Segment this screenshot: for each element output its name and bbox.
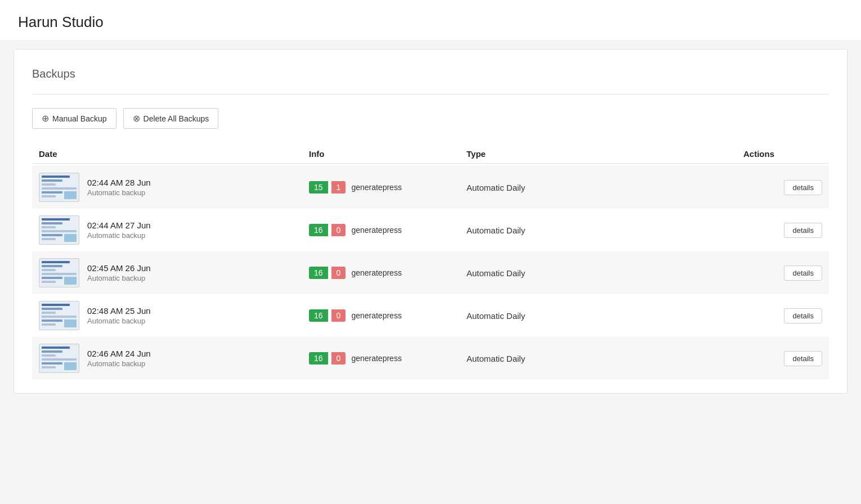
col-actions: Actions bbox=[743, 149, 822, 159]
badge-green: 16 bbox=[309, 309, 328, 322]
actions-col: details bbox=[743, 223, 822, 238]
badge-green: 16 bbox=[309, 224, 328, 236]
backup-sub-text: Automatic backup bbox=[87, 274, 151, 282]
actions-col: details bbox=[743, 266, 822, 281]
info-col: 160 generatepress bbox=[309, 352, 467, 364]
info-col: 160 generatepress bbox=[309, 267, 467, 279]
app-title: Harun Studio bbox=[0, 0, 861, 40]
badge-green: 15 bbox=[309, 181, 328, 194]
manual-backup-label: Manual Backup bbox=[52, 114, 107, 123]
col-info: Info bbox=[309, 149, 467, 159]
plus-circle-icon: ⊕ bbox=[42, 113, 49, 124]
date-text: 02:48 AM 25 Jun bbox=[87, 306, 151, 316]
badge-red: 0 bbox=[331, 309, 346, 322]
actions-col: details bbox=[743, 180, 822, 195]
backup-thumbnail bbox=[39, 344, 79, 373]
date-col: 02:45 AM 26 Jun Automatic backup bbox=[39, 258, 309, 287]
date-text: 02:46 AM 24 Jun bbox=[87, 349, 151, 358]
date-info: 02:46 AM 24 Jun Automatic backup bbox=[87, 349, 151, 368]
type-col: Automatic Daily bbox=[467, 268, 743, 278]
date-col: 02:48 AM 25 Jun Automatic backup bbox=[39, 301, 309, 330]
col-date: Date bbox=[39, 149, 309, 159]
date-text: 02:44 AM 27 Jun bbox=[87, 220, 151, 230]
info-col: 160 generatepress bbox=[309, 224, 467, 236]
type-col: Automatic Daily bbox=[467, 354, 743, 363]
badge-red: 0 bbox=[331, 352, 346, 364]
card-title: Backups bbox=[32, 68, 829, 80]
divider bbox=[32, 94, 829, 94]
table-row: 02:48 AM 25 Jun Automatic backup 160 gen… bbox=[32, 294, 829, 337]
table-header: Date Info Type Actions bbox=[32, 145, 829, 164]
delete-all-label: Delete All Backups bbox=[144, 114, 209, 123]
badge-red: 0 bbox=[331, 224, 346, 236]
date-col: 02:44 AM 27 Jun Automatic backup bbox=[39, 215, 309, 245]
date-info: 02:44 AM 27 Jun Automatic backup bbox=[87, 220, 151, 240]
details-button[interactable]: details bbox=[784, 223, 822, 238]
date-info: 02:44 AM 28 Jun Automatic backup bbox=[87, 178, 151, 197]
backup-thumbnail bbox=[39, 173, 79, 202]
date-info: 02:48 AM 25 Jun Automatic backup bbox=[87, 306, 151, 325]
backup-thumbnail bbox=[39, 215, 79, 245]
plugin-name: generatepress bbox=[351, 183, 402, 192]
toolbar: ⊕ Manual Backup ⊗ Delete All Backups bbox=[32, 108, 829, 129]
badge-red: 0 bbox=[331, 267, 346, 279]
details-button[interactable]: details bbox=[784, 266, 822, 281]
table-row: 02:44 AM 27 Jun Automatic backup 160 gen… bbox=[32, 209, 829, 251]
plugin-name: generatepress bbox=[351, 311, 402, 320]
table-row: 02:46 AM 24 Jun Automatic backup 160 gen… bbox=[32, 337, 829, 380]
plugin-name: generatepress bbox=[351, 226, 402, 235]
date-col: 02:46 AM 24 Jun Automatic backup bbox=[39, 344, 309, 373]
type-col: Automatic Daily bbox=[467, 311, 743, 321]
badge-green: 16 bbox=[309, 352, 328, 364]
manual-backup-button[interactable]: ⊕ Manual Backup bbox=[32, 108, 116, 129]
backups-card: Backups ⊕ Manual Backup ⊗ Delete All Bac… bbox=[14, 49, 847, 394]
date-text: 02:45 AM 26 Jun bbox=[87, 263, 151, 273]
actions-col: details bbox=[743, 351, 822, 366]
plugin-name: generatepress bbox=[351, 268, 402, 277]
date-col: 02:44 AM 28 Jun Automatic backup bbox=[39, 173, 309, 202]
backup-sub-text: Automatic backup bbox=[87, 188, 151, 197]
details-button[interactable]: details bbox=[784, 351, 822, 366]
close-circle-icon: ⊗ bbox=[133, 113, 140, 124]
info-col: 160 generatepress bbox=[309, 309, 467, 322]
backup-thumbnail bbox=[39, 301, 79, 330]
date-info: 02:45 AM 26 Jun Automatic backup bbox=[87, 263, 151, 282]
table-row: 02:45 AM 26 Jun Automatic backup 160 gen… bbox=[32, 251, 829, 294]
details-button[interactable]: details bbox=[784, 308, 822, 323]
date-text: 02:44 AM 28 Jun bbox=[87, 178, 151, 187]
backup-sub-text: Automatic backup bbox=[87, 231, 151, 240]
actions-col: details bbox=[743, 308, 822, 323]
backup-sub-text: Automatic backup bbox=[87, 317, 151, 325]
type-col: Automatic Daily bbox=[467, 183, 743, 192]
backup-thumbnail bbox=[39, 258, 79, 287]
col-type: Type bbox=[467, 149, 743, 159]
badge-red: 1 bbox=[331, 181, 346, 194]
type-col: Automatic Daily bbox=[467, 226, 743, 235]
badge-green: 16 bbox=[309, 267, 328, 279]
info-col: 151 generatepress bbox=[309, 181, 467, 194]
details-button[interactable]: details bbox=[784, 180, 822, 195]
plugin-name: generatepress bbox=[351, 354, 402, 363]
backup-table-body: 02:44 AM 28 Jun Automatic backup 151 gen… bbox=[32, 166, 829, 380]
delete-all-backups-button[interactable]: ⊗ Delete All Backups bbox=[123, 108, 219, 129]
table-row: 02:44 AM 28 Jun Automatic backup 151 gen… bbox=[32, 166, 829, 209]
backup-sub-text: Automatic backup bbox=[87, 359, 151, 368]
